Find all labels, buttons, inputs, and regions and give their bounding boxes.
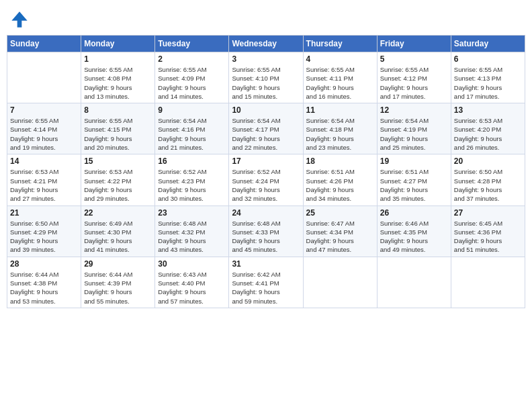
page-header — [7, 7, 525, 30]
day-number: 31 — [232, 259, 300, 269]
day-info: Sunrise: 6:42 AMSunset: 4:41 PMDaylight:… — [232, 270, 300, 306]
day-cell: 20Sunrise: 6:50 AMSunset: 4:28 PMDayligh… — [451, 154, 525, 205]
day-info: Sunrise: 6:52 AMSunset: 4:23 PMDaylight:… — [158, 167, 226, 203]
day-cell: 28Sunrise: 6:44 AMSunset: 4:38 PMDayligh… — [7, 257, 81, 308]
day-info: Sunrise: 6:44 AMSunset: 4:39 PMDaylight:… — [84, 270, 152, 306]
day-number: 24 — [232, 208, 300, 218]
week-row-1: 1Sunrise: 6:55 AMSunset: 4:08 PMDaylight… — [7, 52, 525, 103]
day-info: Sunrise: 6:48 AMSunset: 4:33 PMDaylight:… — [232, 219, 300, 255]
day-info: Sunrise: 6:55 AMSunset: 4:12 PMDaylight:… — [380, 65, 448, 101]
day-number: 11 — [306, 105, 374, 115]
day-info: Sunrise: 6:54 AMSunset: 4:18 PMDaylight:… — [306, 116, 374, 152]
header-cell-saturday: Saturday — [451, 36, 525, 52]
day-info: Sunrise: 6:55 AMSunset: 4:09 PMDaylight:… — [158, 65, 226, 101]
day-cell: 30Sunrise: 6:43 AMSunset: 4:40 PMDayligh… — [155, 257, 229, 308]
day-number: 13 — [454, 105, 522, 115]
day-cell — [7, 52, 81, 103]
day-cell — [451, 257, 525, 308]
day-cell: 16Sunrise: 6:52 AMSunset: 4:23 PMDayligh… — [155, 154, 229, 205]
day-number: 7 — [10, 105, 78, 115]
day-cell: 3Sunrise: 6:55 AMSunset: 4:10 PMDaylight… — [229, 52, 303, 103]
day-number: 8 — [84, 105, 152, 115]
header-cell-thursday: Thursday — [303, 36, 377, 52]
day-cell: 27Sunrise: 6:45 AMSunset: 4:36 PMDayligh… — [451, 205, 525, 257]
day-number: 23 — [158, 208, 226, 218]
day-number: 30 — [158, 259, 226, 269]
day-cell: 22Sunrise: 6:49 AMSunset: 4:30 PMDayligh… — [81, 205, 155, 257]
day-cell: 29Sunrise: 6:44 AMSunset: 4:39 PMDayligh… — [81, 257, 155, 308]
day-number: 2 — [158, 54, 226, 64]
day-info: Sunrise: 6:55 AMSunset: 4:15 PMDaylight:… — [84, 116, 152, 152]
day-number: 21 — [10, 208, 78, 218]
day-info: Sunrise: 6:46 AMSunset: 4:35 PMDaylight:… — [380, 219, 448, 255]
day-info: Sunrise: 6:43 AMSunset: 4:40 PMDaylight:… — [158, 270, 226, 306]
day-cell: 26Sunrise: 6:46 AMSunset: 4:35 PMDayligh… — [377, 205, 451, 257]
day-info: Sunrise: 6:55 AMSunset: 4:11 PMDaylight:… — [306, 65, 374, 101]
day-cell: 7Sunrise: 6:55 AMSunset: 4:14 PMDaylight… — [7, 103, 81, 154]
day-number: 14 — [10, 156, 78, 166]
day-number: 9 — [158, 105, 226, 115]
logo — [9, 9, 32, 30]
day-info: Sunrise: 6:51 AMSunset: 4:26 PMDaylight:… — [306, 167, 374, 203]
day-info: Sunrise: 6:47 AMSunset: 4:34 PMDaylight:… — [306, 219, 374, 255]
day-number: 29 — [84, 259, 152, 269]
header-cell-monday: Monday — [81, 36, 155, 52]
day-cell: 6Sunrise: 6:55 AMSunset: 4:13 PMDaylight… — [451, 52, 525, 103]
day-cell: 24Sunrise: 6:48 AMSunset: 4:33 PMDayligh… — [229, 205, 303, 257]
day-info: Sunrise: 6:44 AMSunset: 4:38 PMDaylight:… — [10, 270, 78, 306]
day-cell: 18Sunrise: 6:51 AMSunset: 4:26 PMDayligh… — [303, 154, 377, 205]
day-number: 4 — [306, 54, 374, 64]
day-number: 16 — [158, 156, 226, 166]
week-row-4: 21Sunrise: 6:50 AMSunset: 4:29 PMDayligh… — [7, 205, 525, 257]
day-info: Sunrise: 6:50 AMSunset: 4:29 PMDaylight:… — [10, 219, 78, 255]
day-number: 10 — [232, 105, 300, 115]
day-info: Sunrise: 6:55 AMSunset: 4:08 PMDaylight:… — [84, 65, 152, 101]
svg-marker-0 — [11, 11, 27, 27]
day-cell: 11Sunrise: 6:54 AMSunset: 4:18 PMDayligh… — [303, 103, 377, 154]
day-info: Sunrise: 6:53 AMSunset: 4:22 PMDaylight:… — [84, 167, 152, 203]
day-cell: 14Sunrise: 6:53 AMSunset: 4:21 PMDayligh… — [7, 154, 81, 205]
header-row: SundayMondayTuesdayWednesdayThursdayFrid… — [7, 36, 525, 52]
day-cell: 15Sunrise: 6:53 AMSunset: 4:22 PMDayligh… — [81, 154, 155, 205]
day-cell: 19Sunrise: 6:51 AMSunset: 4:27 PMDayligh… — [377, 154, 451, 205]
day-number: 25 — [306, 208, 374, 218]
header-cell-wednesday: Wednesday — [229, 36, 303, 52]
day-info: Sunrise: 6:54 AMSunset: 4:19 PMDaylight:… — [380, 116, 448, 152]
day-info: Sunrise: 6:50 AMSunset: 4:28 PMDaylight:… — [454, 167, 522, 203]
day-cell: 25Sunrise: 6:47 AMSunset: 4:34 PMDayligh… — [303, 205, 377, 257]
day-cell: 31Sunrise: 6:42 AMSunset: 4:41 PMDayligh… — [229, 257, 303, 308]
calendar-header: SundayMondayTuesdayWednesdayThursdayFrid… — [7, 36, 525, 52]
day-number: 6 — [454, 54, 522, 64]
day-cell: 5Sunrise: 6:55 AMSunset: 4:12 PMDaylight… — [377, 52, 451, 103]
week-row-5: 28Sunrise: 6:44 AMSunset: 4:38 PMDayligh… — [7, 257, 525, 308]
day-cell: 13Sunrise: 6:53 AMSunset: 4:20 PMDayligh… — [451, 103, 525, 154]
day-number: 26 — [380, 208, 448, 218]
header-cell-sunday: Sunday — [7, 36, 81, 52]
day-cell: 4Sunrise: 6:55 AMSunset: 4:11 PMDaylight… — [303, 52, 377, 103]
day-cell: 9Sunrise: 6:54 AMSunset: 4:16 PMDaylight… — [155, 103, 229, 154]
day-number: 12 — [380, 105, 448, 115]
day-number: 28 — [10, 259, 78, 269]
day-number: 17 — [232, 156, 300, 166]
day-info: Sunrise: 6:55 AMSunset: 4:14 PMDaylight:… — [10, 116, 78, 152]
day-cell — [303, 257, 377, 308]
day-number: 5 — [380, 54, 448, 64]
day-info: Sunrise: 6:53 AMSunset: 4:21 PMDaylight:… — [10, 167, 78, 203]
logo-icon — [9, 9, 30, 30]
day-number: 3 — [232, 54, 300, 64]
day-cell: 12Sunrise: 6:54 AMSunset: 4:19 PMDayligh… — [377, 103, 451, 154]
day-info: Sunrise: 6:54 AMSunset: 4:16 PMDaylight:… — [158, 116, 226, 152]
day-cell: 2Sunrise: 6:55 AMSunset: 4:09 PMDaylight… — [155, 52, 229, 103]
day-cell — [377, 257, 451, 308]
day-number: 22 — [84, 208, 152, 218]
day-info: Sunrise: 6:55 AMSunset: 4:13 PMDaylight:… — [454, 65, 522, 101]
day-cell: 1Sunrise: 6:55 AMSunset: 4:08 PMDaylight… — [81, 52, 155, 103]
calendar-table: SundayMondayTuesdayWednesdayThursdayFrid… — [7, 35, 525, 308]
day-info: Sunrise: 6:54 AMSunset: 4:17 PMDaylight:… — [232, 116, 300, 152]
day-number: 27 — [454, 208, 522, 218]
day-info: Sunrise: 6:49 AMSunset: 4:30 PMDaylight:… — [84, 219, 152, 255]
day-cell: 17Sunrise: 6:52 AMSunset: 4:24 PMDayligh… — [229, 154, 303, 205]
day-info: Sunrise: 6:53 AMSunset: 4:20 PMDaylight:… — [454, 116, 522, 152]
calendar-body: 1Sunrise: 6:55 AMSunset: 4:08 PMDaylight… — [7, 52, 525, 308]
day-cell: 8Sunrise: 6:55 AMSunset: 4:15 PMDaylight… — [81, 103, 155, 154]
